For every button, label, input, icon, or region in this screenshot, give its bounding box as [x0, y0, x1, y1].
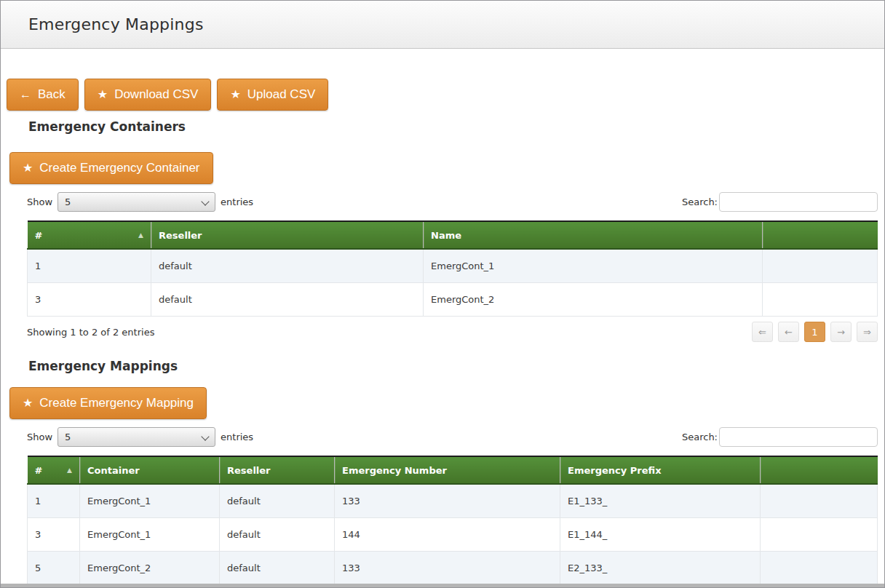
containers-pagination: ⇐ ← 1 → ⇒ — [752, 322, 878, 342]
create-emergency-container-label: Create Emergency Container — [39, 161, 199, 175]
entries-label: entries — [221, 432, 253, 442]
table-row[interactable]: 5 EmergCont_2 default 133 E2_133_ — [28, 552, 878, 585]
next-page-icon: → — [837, 327, 845, 338]
cell-reseller: default — [220, 518, 335, 552]
mappings-page-size-select[interactable]: 5 — [57, 427, 215, 447]
search-label: Search: — [682, 432, 718, 442]
mappings-search: Search: — [682, 427, 878, 447]
mappings-col-id[interactable]: # ▲ — [28, 456, 80, 484]
emergency-mappings-page: Emergency Mappings ← Back ★ Download CSV… — [0, 0, 885, 588]
cell-emergency-prefix: E2_133_ — [560, 552, 761, 585]
back-button[interactable]: ← Back — [7, 79, 79, 111]
table-row[interactable]: 3 default EmergCont_2 — [28, 283, 878, 317]
cell-emergency-number: 133 — [335, 484, 560, 518]
cell-reseller: default — [151, 249, 424, 283]
cell-container: EmergCont_1 — [80, 518, 220, 552]
upload-csv-label: Upload CSV — [247, 87, 316, 102]
cell-container: EmergCont_2 — [80, 552, 220, 585]
last-page-icon: ⇒ — [863, 327, 871, 338]
table-row[interactable]: 3 EmergCont_1 default 144 E1_144_ — [28, 518, 878, 552]
sort-asc-icon: ▲ — [138, 232, 143, 239]
pagination-first-button[interactable]: ⇐ — [752, 322, 773, 342]
mappings-col-emergency-prefix[interactable]: Emergency Prefix — [560, 456, 761, 484]
mappings-table-controls: Show 5 entries Search: — [27, 426, 878, 448]
mappings-show-entries: Show 5 entries — [27, 427, 253, 447]
containers-col-name[interactable]: Name — [424, 221, 763, 249]
containers-col-id[interactable]: # ▲ — [28, 221, 151, 249]
cell-id: 1 — [28, 249, 151, 283]
mappings-search-input[interactable] — [719, 427, 878, 447]
cell-id: 3 — [28, 518, 80, 552]
showing-entries-text: Showing 1 to 2 of 2 entries — [27, 327, 154, 338]
create-emergency-mapping-button[interactable]: ★ Create Emergency Mapping — [9, 387, 207, 419]
containers-search: Search: — [682, 192, 878, 212]
page-title: Emergency Mappings — [28, 15, 204, 33]
upload-csv-button[interactable]: ★ Upload CSV — [217, 79, 328, 111]
containers-page-size-select[interactable]: 5 — [57, 192, 215, 212]
mappings-col-id-label: # — [35, 465, 43, 476]
cell-id: 3 — [28, 283, 151, 317]
pagination-prev-button[interactable]: ← — [778, 322, 799, 342]
containers-search-input[interactable] — [719, 192, 878, 212]
cell-actions — [761, 518, 878, 552]
cell-name: EmergCont_1 — [424, 249, 763, 283]
back-arrow-icon: ← — [20, 89, 31, 100]
cell-actions — [763, 283, 878, 317]
cell-actions — [763, 249, 878, 283]
cell-emergency-number: 144 — [335, 518, 560, 552]
cell-id: 5 — [28, 552, 80, 585]
mappings-col-container[interactable]: Container — [80, 456, 220, 484]
cell-id: 1 — [28, 484, 80, 518]
table-row[interactable]: 1 default EmergCont_1 — [28, 249, 878, 283]
show-label: Show — [27, 196, 52, 207]
first-page-icon: ⇐ — [758, 327, 766, 338]
create-emergency-mapping-label: Create Emergency Mapping — [39, 396, 194, 410]
containers-table-controls: Show 5 entries Search: — [27, 191, 878, 212]
sort-asc-icon: ▲ — [67, 467, 72, 474]
page-size-select-wrap: 5 — [57, 427, 215, 447]
containers-table-footer: Showing 1 to 2 of 2 entries ⇐ ← 1 → ⇒ — [27, 321, 878, 343]
page-header: Emergency Mappings — [1, 1, 884, 49]
cell-emergency-prefix: E1_133_ — [560, 484, 761, 518]
search-label: Search: — [682, 196, 718, 207]
cell-container: EmergCont_1 — [80, 484, 220, 518]
entries-label: entries — [221, 196, 253, 207]
mappings-col-emergency-number[interactable]: Emergency Number — [335, 456, 560, 484]
cell-reseller: default — [220, 484, 335, 518]
mappings-create-row: ★ Create Emergency Mapping — [9, 387, 884, 419]
containers-show-entries: Show 5 entries — [27, 192, 253, 212]
star-icon: ★ — [230, 89, 240, 100]
show-label: Show — [27, 432, 52, 442]
star-icon: ★ — [23, 397, 33, 409]
containers-section-heading: Emergency Containers — [28, 119, 884, 134]
star-icon: ★ — [98, 89, 108, 100]
containers-table-header-row: # ▲ Reseller Name — [28, 221, 878, 249]
containers-table: # ▲ Reseller Name 1 default EmergCont_1 … — [27, 220, 878, 317]
cell-emergency-number: 133 — [335, 552, 560, 585]
cell-actions — [761, 552, 878, 585]
mappings-section-heading: Emergency Mappings — [28, 359, 884, 373]
containers-col-reseller[interactable]: Reseller — [151, 221, 424, 249]
prev-page-icon: ← — [785, 327, 793, 338]
download-csv-button[interactable]: ★ Download CSV — [84, 79, 212, 111]
page-size-select-wrap: 5 — [57, 192, 215, 212]
star-icon: ★ — [23, 162, 33, 174]
create-emergency-container-button[interactable]: ★ Create Emergency Container — [9, 152, 213, 184]
cell-name: EmergCont_2 — [424, 283, 763, 317]
pagination-page-1-button[interactable]: 1 — [804, 322, 825, 342]
cell-actions — [761, 484, 878, 518]
toolbar: ← Back ★ Download CSV ★ Upload CSV — [7, 79, 884, 111]
mappings-col-actions — [761, 456, 878, 484]
window-bottom-edge — [1, 584, 884, 587]
pagination-next-button[interactable]: → — [830, 322, 852, 342]
pagination-last-button[interactable]: ⇒ — [857, 322, 878, 342]
table-row[interactable]: 1 EmergCont_1 default 133 E1_133_ — [28, 484, 878, 518]
containers-col-actions — [763, 221, 878, 249]
cell-reseller: default — [151, 283, 424, 317]
mappings-table: # ▲ Container Reseller Emergency Number … — [27, 456, 878, 585]
cell-emergency-prefix: E1_144_ — [560, 518, 761, 552]
mappings-table-header-row: # ▲ Container Reseller Emergency Number … — [28, 456, 878, 484]
back-button-label: Back — [38, 87, 66, 102]
containers-col-id-label: # — [35, 230, 43, 241]
mappings-col-reseller[interactable]: Reseller — [220, 456, 335, 484]
